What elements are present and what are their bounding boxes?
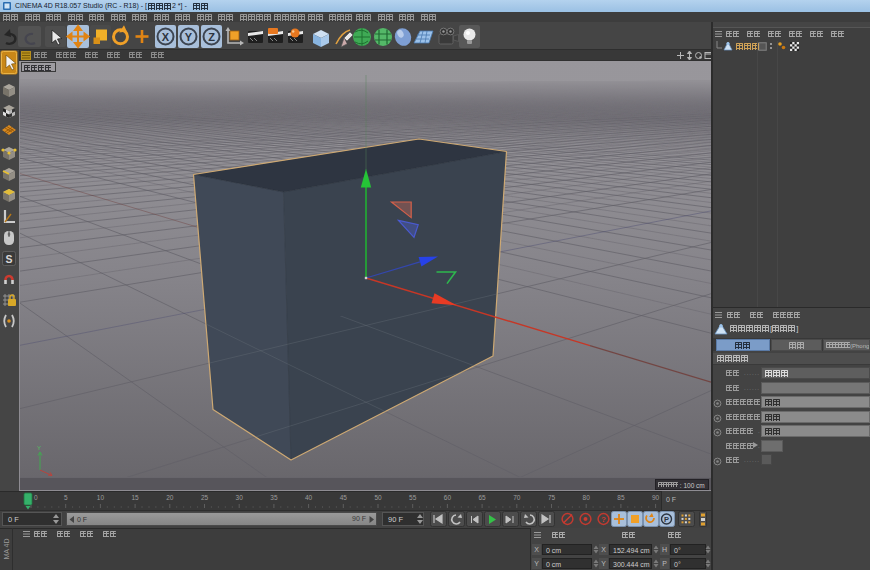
svg-text:65: 65 <box>478 494 486 501</box>
svg-text:85: 85 <box>617 494 625 501</box>
svg-text:30: 30 <box>236 494 244 501</box>
svg-text:15: 15 <box>131 494 139 501</box>
svg-text:25: 25 <box>201 494 209 501</box>
svg-text:90: 90 <box>652 494 660 501</box>
svg-text:?: ? <box>601 515 606 524</box>
svg-text:P: P <box>664 515 669 524</box>
svg-text:20: 20 <box>166 494 174 501</box>
svg-text:35: 35 <box>270 494 278 501</box>
svg-text:55: 55 <box>409 494 417 501</box>
svg-text:X: X <box>162 31 170 43</box>
svg-text:S: S <box>5 253 12 265</box>
svg-text:50: 50 <box>374 494 382 501</box>
svg-text:Y: Y <box>37 445 41 451</box>
svg-text:80: 80 <box>583 494 591 501</box>
svg-text:60: 60 <box>444 494 452 501</box>
svg-text:0: 0 <box>34 494 38 501</box>
svg-text:40: 40 <box>305 494 313 501</box>
svg-text:Y: Y <box>185 31 193 43</box>
svg-text:5: 5 <box>64 494 68 501</box>
svg-text:45: 45 <box>340 494 348 501</box>
svg-text:Z: Z <box>208 31 215 43</box>
svg-text:70: 70 <box>513 494 521 501</box>
svg-text:10: 10 <box>97 494 105 501</box>
svg-text:75: 75 <box>548 494 556 501</box>
